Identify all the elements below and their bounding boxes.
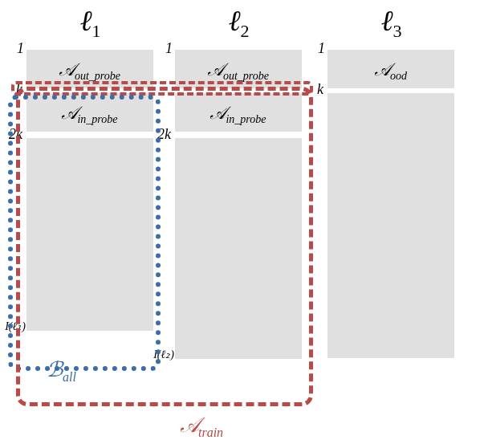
header-l3-text: ℓ3 [381, 5, 402, 37]
l1-out-probe-label: 𝒜out_probe [26, 59, 153, 83]
header-l2: ℓ2 [173, 4, 305, 42]
l1-tick-1: 1 [0, 40, 24, 57]
header-l1: ℓ1 [24, 4, 157, 42]
header-l2-text: ℓ2 [229, 5, 250, 37]
header-l1-text: ℓ1 [80, 5, 101, 37]
a-train-label: 𝒜train [181, 413, 223, 440]
header-l3: ℓ3 [325, 4, 458, 42]
l2-out-probe-label: 𝒜out_probe [175, 59, 302, 83]
b-all-label: ℬall [47, 357, 76, 385]
l3-ood: 𝒜ood [327, 50, 454, 88]
l3-ood-label: 𝒜ood [327, 59, 454, 83]
l2-tick-1: 1 [148, 40, 173, 57]
l3-tick-1: 1 [301, 40, 325, 57]
l3-rest [327, 93, 454, 358]
